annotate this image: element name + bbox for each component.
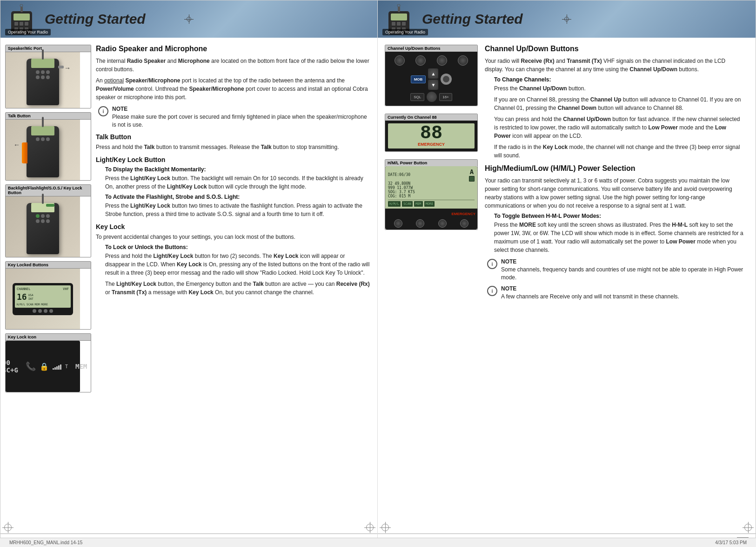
hml-line5: COG: 015 M xyxy=(388,194,475,198)
channel-buttons-content: MOB ▲ ▼ xyxy=(385,52,477,106)
note-content-1: NOTE Please make sure the port cover is … xyxy=(112,105,370,128)
lcd-big-number: 88 xyxy=(390,125,473,142)
channel-88-content: 88 EMERGENCY xyxy=(385,121,477,151)
display-backlight-title: To Display the Backlight Momentarily: xyxy=(96,166,370,173)
svg-rect-11 xyxy=(391,14,407,20)
svg-rect-4 xyxy=(25,22,28,26)
key-lock-title: Key Lock xyxy=(96,223,370,230)
hml-screen: DATE:06/30 A 32 49.800N 999 11.077W SOG:… xyxy=(385,166,477,209)
hml-btn-4: MORE xyxy=(424,201,435,207)
arrow-buttons: ▲ ▼ xyxy=(428,68,438,90)
rotary-btn xyxy=(441,74,452,85)
right-note-content-1: NOTE Some channels, frequency bands and … xyxy=(501,258,744,281)
key-lock-icon-box: Key Lock Icon 500 DSC+G 📞 🔒 xyxy=(5,333,91,392)
change-channels-title: To Change Channels: xyxy=(485,76,744,83)
bottom-bar-right: 4/3/17 5:03 PM xyxy=(715,540,747,545)
hml-display-box: H/M/L Power Button DATE:06/30 A xyxy=(385,159,478,230)
hml-emergency: EMERGENCY xyxy=(385,209,477,217)
hml-btn-2: SCAN xyxy=(402,201,413,207)
channel-sql-row: SQL 16+ xyxy=(389,92,474,102)
key-lock-icon-label: Key Lock Icon xyxy=(6,334,91,341)
mob-button: MOB xyxy=(411,75,426,83)
speaker-mic-box: Speaker/Mic Port xyxy=(5,45,91,108)
up-arrow-btn: ▲ xyxy=(428,68,438,79)
channel-btn-2 xyxy=(415,55,426,66)
left-page-content: Speaker/Mic Port xyxy=(0,38,377,533)
talk-button-label: Talk Button xyxy=(6,113,91,120)
right-page: Getting Started Operating Your Radio Cha… xyxy=(378,0,756,547)
sql-button: SQL xyxy=(410,93,424,101)
hml-lines-45: SOG: 3.7 KTS xyxy=(388,190,475,194)
left-text-content: Radio Speaker and Microphone The interna… xyxy=(91,42,377,529)
speaker-mic-label: Speaker/Mic Port xyxy=(6,45,91,52)
channel-buttons-section-title: Channel Up/Down Buttons xyxy=(485,45,744,53)
speaker-mic-para1: The internal Radio Speaker and Microphon… xyxy=(96,57,370,74)
lock-unlock-text: Press and hold the Light/Key Lock button… xyxy=(96,252,370,277)
right-page-title: Getting Started xyxy=(422,11,523,27)
hml-power-meter: A xyxy=(469,168,475,182)
bottom-bar-left: MRHH600_ENG_MANL.indd 14-15 xyxy=(9,540,82,545)
right-controls xyxy=(441,74,452,85)
svg-rect-14 xyxy=(402,22,406,26)
change-channels-p4: If the radio is in the Key Lock mode, th… xyxy=(485,143,744,160)
channel-mob-row: MOB ▲ ▼ xyxy=(389,68,474,90)
key-lock-text: To prevent accidental changes to your se… xyxy=(96,233,370,241)
hml-display-content: DATE:06/30 A 32 49.800N 999 11.077W SOG:… xyxy=(385,166,477,230)
right-sidebar: Channel Up/Down Buttons MOB xyxy=(385,42,478,529)
hml-line4: SOG: 3.7 KTS xyxy=(388,190,415,194)
channel-buttons-display: Channel Up/Down Buttons MOB xyxy=(385,45,478,106)
talk-button-image: ← xyxy=(6,120,80,180)
hml-line3: 999 11.077W xyxy=(388,186,475,190)
hml-soft-buttons: H/M/L SCAN MEM MORE xyxy=(388,200,475,207)
talk-button-box: Talk Button xyxy=(5,112,91,181)
svg-rect-2 xyxy=(14,22,18,26)
svg-rect-1 xyxy=(13,14,30,20)
speaker-mic-image: → xyxy=(6,52,80,108)
channel-buttons-intro: Your radio will Receive (Rx) and Transmi… xyxy=(485,57,744,74)
backlight-box: Backlight/Flashlight/S.O.S./ Key Lock Bu… xyxy=(5,184,91,257)
channel-buttons-label: Channel Up/Down Buttons xyxy=(385,45,477,52)
scroll-wheel xyxy=(427,92,437,102)
left-page: Getting Started Operating Your Radio Spe… xyxy=(0,0,378,547)
hml-btn-1: H/M/L xyxy=(388,201,401,207)
hml-btn-3: MEM xyxy=(414,201,423,207)
key-locked-label: Key Locked Buttons xyxy=(6,262,91,269)
left-header-subtitle: Operating Your Radio xyxy=(5,29,51,35)
change-channels-p3: You can press and hold the Channel Up/Do… xyxy=(485,115,744,140)
hml-dot-buttons xyxy=(385,217,477,230)
key-lock-icon-image: 500 DSC+G 📞 🔒 T xyxy=(6,341,80,392)
hml-power-letter: A xyxy=(470,168,474,176)
lcd-sub-label: EMERGENCY xyxy=(390,142,473,147)
right-text-content: Channel Up/Down Buttons Your radio will … xyxy=(478,42,751,529)
right-note-icon-1: i xyxy=(487,259,497,269)
note-box-1: i NOTE Please make sure the port cover i… xyxy=(96,105,370,128)
reg-mark-br xyxy=(366,524,374,531)
light-key-title: Light/Key Lock Button xyxy=(96,156,370,163)
left-page-title: Getting Started xyxy=(45,11,146,27)
svg-rect-12 xyxy=(392,22,395,26)
change-channels-p2: If you are on Channel 88, pressing the C… xyxy=(485,95,744,112)
hml-dot-1 xyxy=(394,219,402,228)
hml-line2: 32 49.800N xyxy=(388,182,475,186)
channel-btn-3 xyxy=(437,55,447,66)
right-header-subtitle: Operating Your Radio xyxy=(382,29,428,35)
display-backlight-text: Press the Light/Key Lock button. The bac… xyxy=(96,174,370,191)
speaker-mic-para2: An optional Speaker/Microphone port is l… xyxy=(96,76,370,101)
channel-88-display: Currently On Channel 88 88 EMERGENCY xyxy=(385,114,478,152)
lcd-display: 88 EMERGENCY xyxy=(388,123,475,149)
channel-btn-1 xyxy=(395,55,405,66)
talk-button-title: Talk Button xyxy=(96,133,370,141)
hml-dot-4 xyxy=(460,219,468,228)
right-crosshair xyxy=(562,14,571,24)
svg-rect-13 xyxy=(397,22,401,26)
down-arrow-btn: ▼ xyxy=(428,80,438,90)
hml-dot-2 xyxy=(416,219,424,228)
activate-flashlight-text: Press the Light/Key Lock button two time… xyxy=(96,202,370,218)
hml-label: H/M/L Power Button xyxy=(385,160,477,166)
hml-line1: DATE:06/30 xyxy=(388,173,410,177)
svg-rect-3 xyxy=(20,22,23,26)
channel-btn-4 xyxy=(458,55,468,66)
plus16-button: 16+ xyxy=(439,93,452,101)
reg-mark-r-bl xyxy=(381,524,389,531)
toggle-hml-text: Press the MORE soft key until the screen… xyxy=(485,221,744,254)
